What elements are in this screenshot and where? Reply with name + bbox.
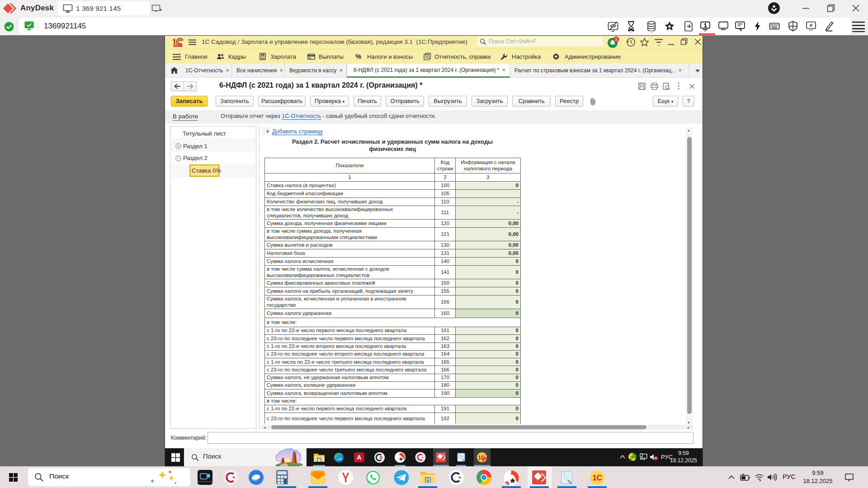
- svg-text:1: 1: [615, 37, 618, 42]
- svg-text:1С: 1С: [592, 474, 602, 482]
- svg-text:Free Screen Recorder: Free Screen Recorder: [198, 481, 212, 483]
- svg-text:1: 1: [484, 458, 486, 462]
